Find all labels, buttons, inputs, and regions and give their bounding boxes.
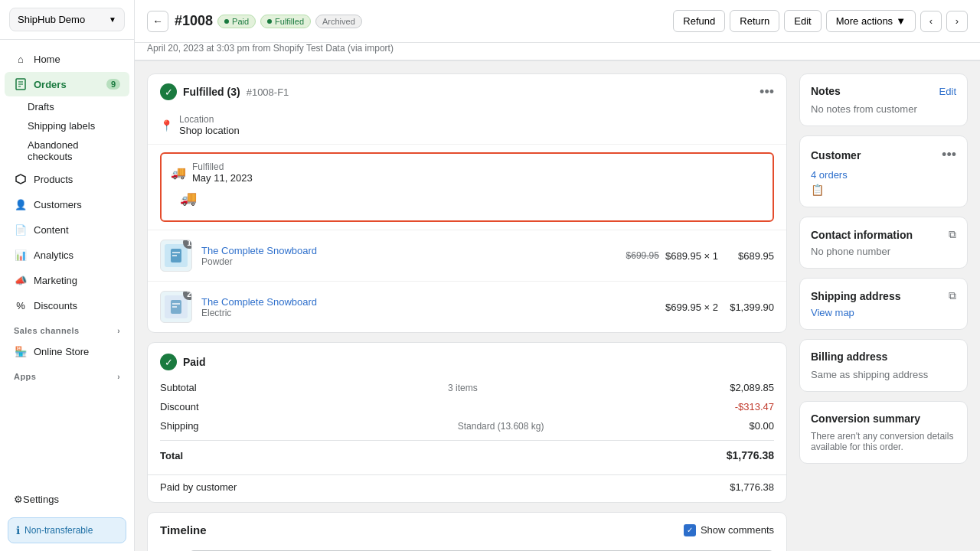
payment-title: Paid: [183, 356, 206, 368]
fulfillment-more-icon[interactable]: •••: [760, 84, 774, 100]
conversion-title: Conversion summary: [811, 412, 920, 425]
item-2-details: The Complete Snowboard Electric: [201, 296, 656, 318]
topbar: ← #1008 Paid Fulfilled Archived Refund R…: [135, 0, 980, 43]
sidebar-item-analytics[interactable]: 📊 Analytics: [5, 243, 129, 267]
non-transferable-badge: ℹ Non-transferable: [8, 517, 126, 543]
orders-submenu: Drafts Shipping labels Abandoned checkou…: [0, 97, 134, 166]
item-2-variant: Electric: [201, 308, 656, 318]
shipping-truck-icon: 🚚: [171, 165, 186, 180]
contact-title: Contact information: [811, 229, 913, 241]
item-2-calc: $699.95 × 2: [665, 302, 718, 313]
sidebar-item-label: Discounts: [34, 300, 77, 311]
total-label: Total: [160, 450, 727, 461]
item-1-calc: $689.95 × 1: [665, 250, 718, 262]
contact-card-header: Contact information ⧉: [811, 228, 956, 241]
fulfilled-date-box: 🚚 Fulfilled May 11, 2023 🚚: [160, 152, 774, 222]
item-2-name[interactable]: The Complete Snowboard: [201, 296, 656, 308]
svg-rect-11: [172, 306, 177, 308]
sidebar-item-home[interactable]: ⌂ Home: [5, 47, 129, 71]
right-column: Notes Edit No notes from customer Custom…: [799, 73, 968, 539]
location-value: Shop location: [179, 125, 240, 136]
sidebar-header: ShipHub Demo ▼: [0, 0, 134, 40]
orders-badge: 9: [106, 79, 120, 90]
payment-rows: Subtotal 3 items $2,089.85 Discount -$31…: [148, 378, 786, 474]
order-item-2: 2 The Complete Snowboard Electric: [148, 281, 786, 332]
shipping-method: Standard (13.608 kg): [458, 421, 750, 432]
store-selector[interactable]: ShipHub Demo ▼: [9, 8, 125, 31]
sidebar-item-label: Content: [34, 224, 69, 236]
fulfilled-check-icon: ✓: [160, 83, 177, 100]
fulfillment-card: ✓ Fulfilled (3) #1008-F1 ••• 📍 Location …: [147, 73, 787, 333]
sales-channels-section: Sales channels ›: [0, 318, 134, 338]
sidebar-item-content[interactable]: 📄 Content: [5, 217, 129, 242]
customer-orders-link[interactable]: 4 orders: [811, 169, 956, 181]
show-comments-toggle[interactable]: ✓ Show comments: [684, 524, 774, 536]
paid-by-label: Paid by customer: [160, 481, 237, 493]
item-1-prices: $699.95 $689.95 × 1 $689.95: [626, 250, 774, 262]
timeline-header: Timeline ✓ Show comments: [148, 513, 786, 544]
sidebar-item-marketing[interactable]: 📣 Marketing: [5, 268, 129, 292]
total-amount: $1,776.38: [727, 449, 774, 461]
item-1-original-price: $699.95: [626, 250, 659, 261]
sidebar-item-customers[interactable]: 👤 Customers: [5, 192, 129, 217]
sidebar-item-products[interactable]: Products: [5, 167, 129, 191]
prev-arrow-icon: ‹: [929, 15, 933, 27]
show-comments-checkbox[interactable]: ✓: [684, 524, 696, 536]
apps-chevron[interactable]: ›: [117, 373, 120, 381]
subtotal-row: Subtotal 3 items $2,089.85: [160, 378, 774, 397]
return-button[interactable]: Return: [730, 10, 779, 32]
item-1-total: $689.95: [724, 250, 774, 262]
sidebar-nav: ⌂ Home Orders 9 Drafts Shipping labels A…: [0, 40, 134, 487]
copy-icon[interactable]: ⧉: [949, 228, 956, 241]
settings-icon: ⚙: [14, 494, 23, 505]
back-button[interactable]: ←: [147, 11, 168, 32]
paid-badge: Paid: [217, 15, 256, 28]
sidebar-item-online-store[interactable]: 🏪 Online Store: [5, 339, 129, 364]
item-1-name[interactable]: The Complete Snowboard: [201, 245, 617, 256]
archived-badge: Archived: [315, 15, 362, 28]
show-comments-label: Show comments: [701, 524, 774, 536]
sidebar-item-abandoned-checkouts[interactable]: Abandoned checkouts: [28, 135, 134, 166]
order-title-area: #1008 Paid Fulfilled Archived: [175, 13, 362, 29]
fulfilled-status-label: Fulfilled: [192, 161, 253, 172]
refund-button[interactable]: Refund: [673, 10, 725, 32]
payment-divider: [160, 440, 774, 441]
sidebar-item-label: Marketing: [34, 275, 77, 286]
location-label: Location: [179, 114, 240, 125]
paid-check-icon: ✓: [160, 354, 177, 370]
sidebar-item-drafts[interactable]: Drafts: [28, 97, 134, 116]
left-column: ✓ Fulfilled (3) #1008-F1 ••• 📍 Location …: [147, 73, 787, 539]
home-icon: ⌂: [14, 52, 28, 66]
main-content: ← #1008 Paid Fulfilled Archived Refund R…: [135, 0, 980, 551]
settings-label: Settings: [23, 494, 59, 505]
fulfilled-date: May 11, 2023: [192, 172, 253, 184]
item-1-image: 1: [160, 240, 192, 272]
edit-button[interactable]: Edit: [784, 10, 821, 32]
conversion-card: Conversion summary There aren't any conv…: [799, 401, 968, 464]
back-arrow-icon: ←: [152, 15, 162, 27]
sidebar-item-discounts[interactable]: % Discounts: [5, 293, 129, 318]
topbar-actions: Refund Return Edit More actions ▼ ‹ ›: [673, 10, 968, 32]
prev-order-button[interactable]: ‹: [920, 11, 942, 32]
shipping-copy-icon[interactable]: ⧉: [949, 289, 956, 302]
fulfilled-badge: Fulfilled: [260, 15, 311, 28]
sidebar-item-settings[interactable]: ⚙ Settings: [5, 488, 129, 510]
notes-edit-button[interactable]: Edit: [939, 86, 956, 97]
shipping-card-header: Shipping address ⧉: [811, 289, 956, 302]
sidebar-item-shipping-labels[interactable]: Shipping labels: [28, 116, 134, 135]
order-item-1: 1 The Complete Snowboard Powder $6: [148, 230, 786, 281]
next-order-button[interactable]: ›: [946, 11, 968, 32]
fulfillment-location-row: 📍 Location Shop location: [148, 109, 786, 145]
sales-channels-chevron[interactable]: ›: [117, 327, 120, 335]
discount-row: Discount -$313.47: [160, 397, 774, 416]
shipping-title: Shipping address: [811, 290, 900, 302]
orders-icon: [14, 77, 28, 91]
customer-more-icon[interactable]: •••: [942, 147, 956, 163]
sidebar-item-orders[interactable]: Orders 9: [5, 72, 129, 96]
location-pin-icon: 📍: [160, 119, 173, 132]
svg-rect-10: [172, 303, 180, 305]
online-store-icon: 🏪: [14, 344, 28, 358]
discounts-icon: %: [14, 298, 28, 312]
view-map-link[interactable]: View map: [811, 307, 956, 318]
more-actions-button[interactable]: More actions ▼: [826, 10, 916, 32]
